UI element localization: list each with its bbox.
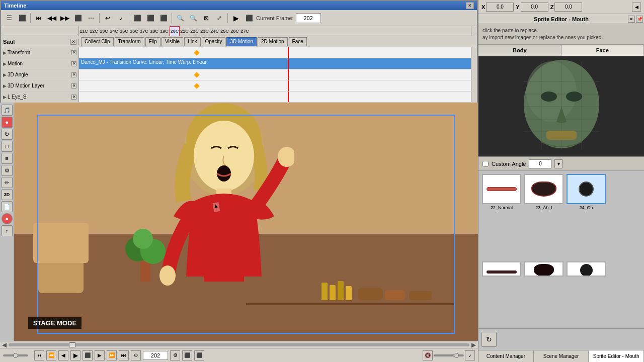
pb-mute[interactable]: 🔇 — [423, 350, 433, 360]
3d-ml-content[interactable] — [79, 80, 471, 91]
pb-prev-key[interactable]: ⏪ — [46, 350, 56, 360]
content-manager-tab[interactable]: Content Manager — [478, 350, 534, 362]
y-input[interactable] — [521, 3, 548, 12]
l-eye-content[interactable] — [79, 92, 471, 102]
pb-play[interactable]: ▶ — [70, 350, 80, 360]
scrubber-right-arrow[interactable]: ▶ — [471, 341, 476, 348]
pb-next-frame[interactable]: ▶ — [95, 350, 105, 360]
3d-motion-btn[interactable]: 3D Motion — [226, 37, 257, 46]
zoom-in-btn[interactable]: 🔍 — [174, 12, 186, 24]
zoom-fit-btn[interactable]: ⊠ — [200, 12, 212, 24]
pb-settings[interactable]: ⚙ — [170, 350, 180, 360]
stop-btn[interactable]: ⬛ — [72, 12, 84, 24]
custom-angle-checkbox[interactable] — [482, 161, 489, 167]
3d-angle-content[interactable] — [79, 69, 471, 80]
viewport[interactable]: STAGE MODE ▲ — [14, 103, 478, 341]
scrubber-thumb[interactable] — [69, 342, 76, 347]
stop2-btn[interactable]: ⬛ — [243, 12, 255, 24]
pb-music[interactable]: ♪ — [465, 350, 475, 360]
saul-close-btn[interactable]: ✕ — [70, 39, 76, 45]
key-btn[interactable]: ⬛ — [144, 12, 156, 24]
l-eye-close-icon[interactable]: ✕ — [71, 95, 76, 100]
motion-track-content[interactable]: Dance_MJ - Transition Curve: Linear; Tim… — [79, 58, 471, 69]
3d-angle-close-icon[interactable]: ✕ — [71, 72, 76, 77]
transform-close-icon[interactable]: ✕ — [71, 50, 76, 55]
motion-close-icon[interactable]: ✕ — [71, 61, 76, 66]
pb-record[interactable]: ⊙ — [131, 350, 141, 360]
scrubber-left-arrow[interactable]: ◀ — [2, 341, 7, 348]
sprite-editor-tab[interactable]: Sprite Editor - Mouth — [589, 350, 644, 362]
play-btn[interactable]: ▶ — [230, 12, 242, 24]
sidebar-doc-icon[interactable]: 📄 — [2, 201, 13, 212]
refresh-btn[interactable]: ↻ — [481, 332, 497, 347]
move-btn[interactable]: ⬛ — [157, 12, 170, 24]
3d-ml-expand[interactable]: ▶ — [3, 83, 7, 88]
clip-btn[interactable]: ⬛ — [16, 12, 28, 24]
face-btn[interactable]: Face — [289, 37, 307, 46]
menu-btn[interactable]: ☰ — [3, 12, 15, 24]
link-btn[interactable]: Link — [184, 37, 200, 46]
prev-frame-btn[interactable]: ⏮ — [33, 12, 45, 24]
custom-angle-input[interactable] — [529, 159, 551, 168]
scene-manager-tab[interactable]: Scene Manager — [534, 350, 589, 362]
expand-btn[interactable]: ⤢ — [213, 12, 225, 24]
sidebar-refresh-icon[interactable]: ↻ — [2, 129, 13, 140]
sprite-item-row2-3[interactable] — [566, 261, 606, 326]
sprite-item-row2-2[interactable] — [524, 261, 564, 326]
flip-btn[interactable]: Flip — [145, 37, 160, 46]
sprite-item-23-ah-i[interactable]: 23_Ah_I — [524, 174, 564, 259]
more-btn[interactable]: ⋯ — [85, 12, 97, 24]
sidebar-up-icon[interactable]: ↑ — [2, 225, 13, 236]
sidebar-layers-icon[interactable]: ≡ — [2, 153, 13, 164]
sidebar-red-dot-icon[interactable]: ● — [2, 213, 13, 224]
2d-motion-btn[interactable]: 2D Motion — [258, 37, 288, 46]
pb-skip-end[interactable]: ⏭ — [119, 350, 129, 360]
zoom-slider[interactable] — [3, 354, 28, 356]
3d-angle-expand-icon[interactable]: ▶ — [3, 72, 7, 77]
sidebar-record-icon[interactable]: ● — [2, 117, 13, 128]
transform-expand-icon[interactable]: ▶ — [3, 50, 7, 55]
current-frame-input[interactable] — [296, 13, 321, 23]
volume-slider[interactable] — [434, 354, 464, 356]
pb-skip-start[interactable]: ⏮ — [34, 350, 44, 360]
collect-clip-btn[interactable]: Collect Clip — [81, 37, 114, 46]
sprite-editor-close-btn2[interactable]: ✕ — [628, 16, 635, 23]
face-tab[interactable]: Face — [561, 45, 645, 56]
sprite-editor-pin-btn[interactable]: 📌 — [636, 16, 643, 23]
pb-screen2[interactable]: ⬛ — [194, 350, 204, 360]
expand-right-btn[interactable]: ◀ — [632, 3, 641, 12]
undo-btn[interactable]: ↩ — [102, 12, 114, 24]
z-input[interactable] — [554, 3, 582, 12]
zoom-out-btn[interactable]: 🔍 — [187, 12, 199, 24]
transform-track-btn[interactable]: Transform — [115, 37, 144, 46]
visible-btn[interactable]: Visible — [162, 37, 183, 46]
body-tab[interactable]: Body — [478, 45, 561, 56]
transform-btn[interactable]: ⬛ — [131, 12, 143, 24]
timeline-close-btn[interactable]: ✕ — [466, 2, 474, 9]
motion-expand-icon[interactable]: ▶ — [3, 61, 7, 66]
custom-angle-dropdown[interactable]: ▼ — [554, 159, 562, 168]
volume-thumb[interactable] — [454, 353, 459, 358]
opacity-btn[interactable]: Opacity — [202, 37, 226, 46]
3d-ml-close-icon[interactable]: ✕ — [71, 83, 76, 88]
pb-prev-frame[interactable]: ◀ — [58, 350, 68, 360]
scrubber-track[interactable] — [9, 343, 469, 346]
zoom-thumb[interactable] — [13, 353, 18, 358]
music-btn[interactable]: ♪ — [115, 12, 127, 24]
sidebar-tools-icon[interactable]: ⚙ — [2, 165, 13, 176]
pb-stop[interactable]: ⬛ — [83, 350, 93, 360]
sprite-item-24-oh[interactable]: 24_Oh — [566, 174, 606, 259]
l-eye-expand[interactable]: ▶ — [3, 95, 7, 100]
transform-track-content[interactable] — [79, 47, 471, 58]
sidebar-3d-icon[interactable]: 3D — [2, 189, 13, 200]
x-input[interactable] — [486, 3, 514, 12]
rewind-btn[interactable]: ◀◀ — [46, 12, 58, 24]
sidebar-music-icon[interactable]: 🎵 — [2, 105, 13, 116]
sprite-item-22-normal[interactable]: 22_Normal — [481, 174, 522, 259]
pb-screen[interactable]: ⬛ — [182, 350, 192, 360]
pb-next-key[interactable]: ⏩ — [107, 350, 117, 360]
sidebar-edit-icon[interactable]: ✏ — [2, 177, 13, 188]
ff-btn[interactable]: ▶▶ — [59, 12, 71, 24]
sprite-item-row2-1[interactable] — [481, 261, 522, 326]
sidebar-square-icon[interactable]: □ — [2, 141, 13, 152]
